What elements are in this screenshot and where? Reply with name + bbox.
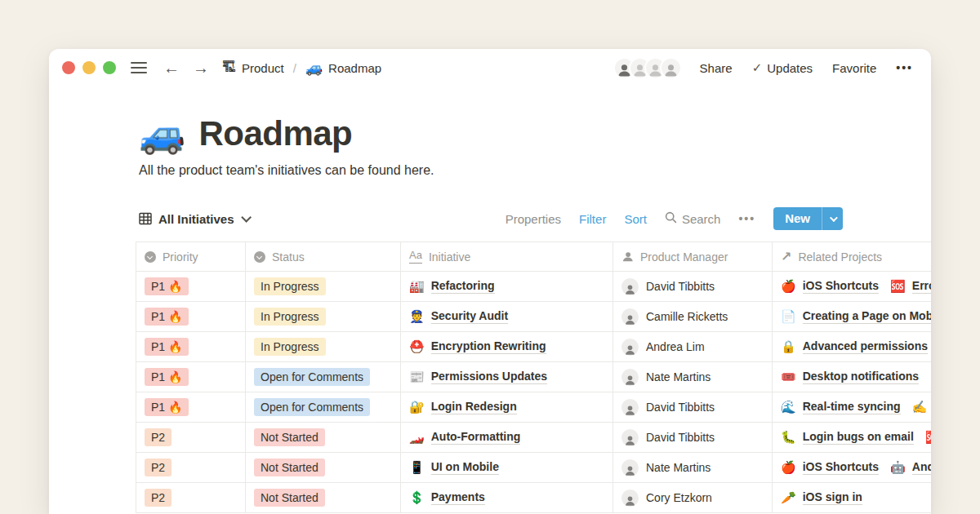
share-button[interactable]: Share	[700, 61, 733, 75]
related-project-link[interactable]: Real-time syncing	[803, 400, 901, 414]
initiative-cell[interactable]: 🏎️ Auto-Formatting	[401, 423, 613, 452]
related-project-link[interactable]: iOS sign in	[803, 490, 862, 505]
initiative-cell[interactable]: 🏭 Refactoring	[401, 272, 613, 301]
close-window-button[interactable]	[62, 61, 75, 74]
manager-cell[interactable]: Andrea Lim	[613, 332, 773, 361]
priority-cell[interactable]: P2	[136, 453, 246, 482]
initiative-link[interactable]: Security Audit	[431, 309, 508, 324]
related-projects-cell[interactable]: 📄Creating a Page on Mob	[773, 302, 931, 331]
related-project[interactable]: 🆘	[925, 430, 931, 445]
initiative-link[interactable]: Payments	[431, 490, 485, 505]
related-project-link[interactable]: Desktop notifications	[803, 370, 919, 384]
related-project[interactable]: 🍎iOS Shortcuts	[781, 279, 879, 294]
collaborator-avatars[interactable]	[613, 57, 682, 79]
filter-button[interactable]: Filter	[579, 212, 606, 226]
view-switcher[interactable]: All Initiatives	[139, 212, 248, 226]
initiative-cell[interactable]: 👮 Security Audit	[401, 302, 613, 331]
related-project[interactable]: 🥕iOS sign in	[781, 490, 862, 505]
favorite-button[interactable]: Favorite	[832, 61, 876, 75]
status-cell[interactable]: Not Started	[246, 423, 401, 452]
zoom-window-button[interactable]	[103, 61, 116, 74]
manager-cell[interactable]: David Tibbitts	[613, 423, 773, 452]
related-projects-cell[interactable]: 🐛Login bugs on email🆘	[773, 423, 931, 452]
initiative-link[interactable]: Login Redesign	[431, 400, 517, 414]
forward-icon[interactable]: →	[193, 60, 209, 76]
related-projects-cell[interactable]: 🍎iOS Shortcuts🆘Erro	[773, 272, 931, 301]
related-project-link[interactable]: Advanced permissions	[803, 339, 928, 354]
search-button[interactable]: Search	[665, 211, 721, 226]
related-projects-cell[interactable]: 🥕iOS sign in	[773, 483, 931, 512]
manager-cell[interactable]: Nate Martins	[613, 362, 773, 392]
priority-cell[interactable]: P1 🔥	[136, 302, 246, 331]
manager-cell[interactable]: Camille Ricketts	[613, 302, 773, 331]
status-cell[interactable]: In Progress	[246, 332, 401, 361]
page-icon[interactable]: 🚙	[139, 115, 185, 153]
column-header-initiative[interactable]: Aa Initiative	[401, 242, 613, 271]
sidebar-menu-icon[interactable]	[131, 62, 147, 73]
related-project[interactable]: 🐛Login bugs on email	[781, 430, 914, 445]
initiative-link[interactable]: Permissions Updates	[431, 370, 547, 384]
priority-tag: P1 🔥	[145, 277, 189, 296]
priority-cell[interactable]: P2	[136, 483, 246, 512]
initiative-link[interactable]: Encryption Rewriting	[431, 339, 546, 354]
priority-cell[interactable]: P1 🔥	[136, 392, 246, 422]
priority-cell[interactable]: P1 🔥	[136, 272, 246, 301]
minimize-window-button[interactable]	[82, 61, 96, 74]
view-more-icon[interactable]: •••	[738, 212, 755, 225]
related-project[interactable]: 🆘Erro	[890, 279, 931, 294]
initiative-cell[interactable]: 📱 UI on Mobile	[401, 453, 613, 482]
initiative-link[interactable]: UI on Mobile	[431, 460, 499, 475]
related-project[interactable]: 🔒Advanced permissions	[781, 339, 928, 354]
related-project[interactable]: 🍎iOS Shortcuts	[781, 460, 879, 475]
related-project-link[interactable]: iOS Shortcuts	[803, 460, 879, 475]
initiative-cell[interactable]: 🔐 Login Redesign	[401, 392, 613, 422]
priority-cell[interactable]: P2	[136, 423, 246, 452]
initiative-cell[interactable]: 💲 Payments	[401, 483, 613, 512]
properties-button[interactable]: Properties	[506, 212, 561, 226]
new-button[interactable]: New	[773, 207, 843, 230]
breadcrumb-roadmap[interactable]: Roadmap	[328, 61, 381, 75]
related-project[interactable]: 🤖And	[890, 460, 931, 475]
related-project-link[interactable]: And	[912, 460, 931, 475]
initiative-cell[interactable]: 📰 Permissions Updates	[401, 362, 613, 392]
status-cell[interactable]: Open for Comments	[246, 392, 401, 422]
related-project[interactable]: 🌊Real-time syncing	[781, 400, 901, 414]
initiative-link[interactable]: Auto-Formatting	[431, 430, 521, 445]
new-dropdown-icon[interactable]	[822, 207, 843, 230]
priority-cell[interactable]: P1 🔥	[136, 362, 246, 392]
breadcrumb-product[interactable]: Product	[242, 61, 284, 75]
manager-cell[interactable]: David Tibbitts	[613, 392, 773, 422]
back-icon[interactable]: ←	[163, 60, 180, 76]
initiative-cell[interactable]: ⛑️ Encryption Rewriting	[401, 332, 613, 361]
sort-button[interactable]: Sort	[624, 212, 647, 226]
table-row: P1 🔥 In Progress ⛑️ Encryption Rewriting…	[136, 332, 931, 362]
status-cell[interactable]: Not Started	[246, 483, 401, 512]
related-projects-cell[interactable]: 🌊Real-time syncing✍️	[773, 392, 931, 422]
column-header-priority[interactable]: Priority	[136, 242, 246, 271]
manager-cell[interactable]: Cory Etzkorn	[613, 483, 773, 512]
column-header-related-projects[interactable]: ↗ Related Projects	[773, 242, 931, 271]
status-cell[interactable]: Open for Comments	[246, 362, 401, 392]
related-project[interactable]: ✍️	[912, 400, 931, 414]
status-cell[interactable]: In Progress	[246, 272, 401, 301]
status-cell[interactable]: In Progress	[246, 302, 401, 331]
avatar[interactable]	[660, 57, 682, 79]
updates-button[interactable]: ✓ Updates	[752, 60, 813, 75]
related-project-link[interactable]: Creating a Page on Mob	[803, 309, 931, 324]
more-options-icon[interactable]: •••	[896, 61, 913, 74]
initiative-link[interactable]: Refactoring	[431, 279, 495, 294]
related-project-link[interactable]: iOS Shortcuts	[803, 279, 879, 294]
related-project[interactable]: 📄Creating a Page on Mob	[781, 309, 931, 324]
column-header-status[interactable]: Status	[246, 242, 401, 271]
related-projects-cell[interactable]: 🍎iOS Shortcuts🤖And	[773, 453, 931, 482]
related-project[interactable]: 🎟️Desktop notifications	[781, 370, 919, 384]
manager-cell[interactable]: David Tibbitts	[613, 272, 773, 301]
related-projects-cell[interactable]: 🔒Advanced permissions	[773, 332, 931, 361]
column-header-product-manager[interactable]: Product Manager	[613, 242, 773, 271]
related-project-link[interactable]: Erro	[912, 279, 931, 294]
priority-cell[interactable]: P1 🔥	[136, 332, 246, 361]
related-projects-cell[interactable]: 🎟️Desktop notifications	[773, 362, 931, 392]
status-cell[interactable]: Not Started	[246, 453, 401, 482]
manager-cell[interactable]: Nate Martins	[613, 453, 773, 482]
related-project-link[interactable]: Login bugs on email	[803, 430, 914, 445]
